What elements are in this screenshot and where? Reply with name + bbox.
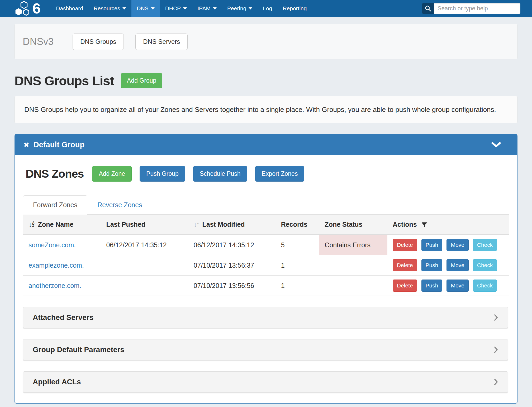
move-button[interactable]: Move [446,259,468,271]
table-header-row: ↓AZ Zone Name Last Pushed ↓↑ Last Modifi… [23,215,509,235]
nav-label: Dashboard [56,5,83,12]
col-last-pushed[interactable]: Last Pushed [101,215,188,235]
nav-item-dhcp[interactable]: DHCP [160,0,192,17]
zone-status-cell [319,255,387,276]
search-input[interactable] [434,3,520,14]
col-label: Records [281,221,307,228]
nav-item-log[interactable]: Log [258,0,277,17]
group-title: Default Group [34,140,84,149]
nav-item-resources[interactable]: Resources [88,0,131,17]
last-modified-cell: 07/10/2017 13:56:56 [188,276,276,296]
export-zones-button[interactable]: Export Zones [255,166,305,182]
col-zone-status[interactable]: Zone Status [319,215,387,235]
actions-cell: Delete Push Move Check [387,255,509,276]
nav-item-dns[interactable]: DNS [131,0,160,17]
actions-cell: Delete Push Move Check [387,276,509,296]
push-button[interactable]: Push [421,280,443,292]
zones-tabs: Forward Zones Reverse Zones [23,195,509,215]
add-group-button[interactable]: Add Group [121,73,162,88]
nav-label: Resources [94,5,120,12]
push-group-button[interactable]: Push Group [140,166,185,182]
description-box: DNS Groups help you to organize all of y… [15,96,517,123]
check-button[interactable]: Check [473,259,497,271]
dns-servers-button[interactable]: DNS Servers [135,34,188,50]
delete-button[interactable]: Delete [393,239,417,251]
last-pushed-cell [101,255,188,276]
filter-icon[interactable] [421,221,427,227]
tab-forward-zones[interactable]: Forward Zones [23,195,87,215]
delete-button[interactable]: Delete [393,259,417,271]
accordion-attached-servers[interactable]: Attached Servers [23,307,508,328]
col-label: Zone Status [325,221,362,228]
actions-cell: Delete Push Move Check [387,235,509,255]
page-title: DNS Groups List [15,73,114,88]
accordion-label: Applied ACLs [33,378,81,386]
caret-down-icon [122,7,126,10]
last-pushed-cell: 06/12/2017 14:35:12 [101,235,188,255]
zone-status-cell [319,276,387,296]
logo-six-label: 6 [32,1,41,16]
schedule-push-button[interactable]: Schedule Push [193,166,247,182]
col-actions: Actions [387,215,509,235]
zones-table-wrap: ↓AZ Zone Name Last Pushed ↓↑ Last Modifi… [23,215,509,296]
nav-label: DHCP [165,5,181,12]
main-menu: Dashboard Resources DNS DHCP IPAM Peerin… [51,0,312,17]
col-zone-name[interactable]: ↓AZ Zone Name [23,215,101,235]
nav-label: IPAM [197,5,211,12]
sort-updown-icon[interactable]: ↓↑ [194,220,199,228]
records-cell: 5 [276,235,320,255]
caret-down-icon [213,7,217,10]
nav-label: Reporting [283,5,307,12]
col-records[interactable]: Records [276,215,320,235]
nav-item-reporting[interactable]: Reporting [277,0,312,17]
chevron-right-icon [494,346,498,353]
nav-label: Log [263,5,272,12]
nav-item-dashboard[interactable]: Dashboard [51,0,88,17]
check-button[interactable]: Check [473,239,497,251]
tab-reverse-zones[interactable]: Reverse Zones [87,195,152,215]
last-modified-cell: 07/10/2017 13:56:37 [188,255,276,276]
description-text: DNS Groups help you to organize all of y… [24,104,497,115]
chevron-down-icon[interactable] [491,142,501,148]
search-icon[interactable] [422,3,434,14]
zone-name-link[interactable]: someZone.com. [28,241,76,249]
zone-name-link[interactable]: anotherzone.com. [28,282,81,289]
table-row: examplezone.com. 07/10/2017 13:56:37 1 D… [23,255,509,276]
accordion-label: Attached Servers [33,313,93,322]
logo-hexagons-icon [15,1,34,16]
col-last-modified[interactable]: ↓↑ Last Modified [188,215,276,235]
caret-down-icon [151,7,155,10]
delete-button[interactable]: Delete [393,280,417,292]
records-cell: 1 [276,276,320,296]
nav-item-peering[interactable]: Peering [222,0,258,17]
top-navbar: 6 Dashboard Resources DNS DHCP IPAM Peer… [0,0,532,17]
accordion-group-default-parameters[interactable]: Group Default Parameters [23,339,508,360]
close-icon[interactable]: ✖ [23,141,29,149]
dns-groups-button[interactable]: DNS Groups [73,34,124,50]
global-search [422,3,520,14]
move-button[interactable]: Move [446,280,468,292]
add-zone-button[interactable]: Add Zone [92,166,132,182]
nav-item-ipam[interactable]: IPAM [192,0,222,17]
default-group-header[interactable]: ✖ Default Group [15,135,517,155]
push-button[interactable]: Push [421,239,443,251]
dnsv3-label: DNSv3 [23,36,54,47]
zone-status-cell: Contains Errors [319,235,387,255]
accordion-applied-acls[interactable]: Applied ACLs [23,371,508,392]
push-button[interactable]: Push [421,259,443,271]
move-button[interactable]: Move [446,239,468,251]
check-button[interactable]: Check [473,280,497,292]
chevron-right-icon [494,378,498,386]
caret-down-icon [183,7,187,10]
zone-name-link[interactable]: examplezone.com. [28,262,84,269]
accordion-label: Group Default Parameters [33,346,124,354]
table-row: anotherzone.com. 07/10/2017 13:56:56 1 D… [23,276,509,296]
nav-label: Peering [227,5,246,12]
col-label: Zone Name [38,221,74,228]
sort-alpha-asc-icon[interactable]: ↓AZ [28,221,35,228]
page-title-row: DNS Groups List Add Group [15,73,517,88]
dns-zones-heading: DNS Zones [26,167,84,180]
app-logo[interactable]: 6 [15,0,41,17]
col-label: Last Modified [202,221,245,228]
zones-table: ↓AZ Zone Name Last Pushed ↓↑ Last Modifi… [23,215,509,296]
